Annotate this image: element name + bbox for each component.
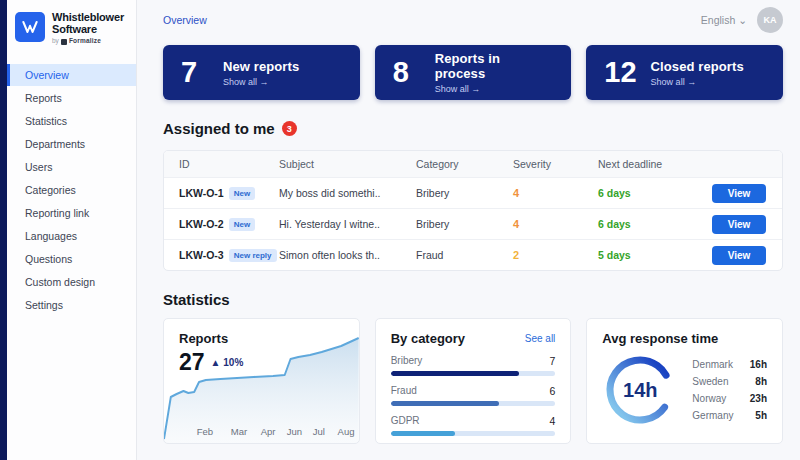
by-category-title: By category bbox=[391, 331, 465, 346]
sidebar-item-reporting-link[interactable]: Reporting link bbox=[7, 202, 136, 224]
sidebar-item-statistics[interactable]: Statistics bbox=[7, 110, 136, 132]
sidebar-item-custom-design[interactable]: Custom design bbox=[7, 271, 136, 293]
report-subject: Hi. Yesterday I witne.. bbox=[279, 218, 416, 230]
status-tag: New bbox=[229, 187, 255, 200]
axis-label-apr: Apr bbox=[261, 426, 276, 437]
report-category: Bribery bbox=[416, 187, 513, 199]
sidebar-nav: Overview Reports Statistics Departments … bbox=[7, 63, 136, 317]
report-id-text: LKW-O-1 bbox=[179, 187, 224, 199]
sidebar: Whistleblower Software by Formalize Over… bbox=[7, 0, 137, 460]
legend-row: Denmark 16h bbox=[692, 359, 767, 370]
sidebar-item-questions[interactable]: Questions bbox=[7, 248, 136, 270]
assigned-table: ID Subject Category Severity Next deadli… bbox=[163, 150, 783, 271]
new-reports-count: 7 bbox=[181, 56, 209, 89]
category-label: GDPR bbox=[391, 415, 420, 427]
brand-text: Whistleblower Software by Formalize bbox=[52, 12, 124, 45]
by-category-card: By category See all Bribery 7 Fraud 6 bbox=[375, 318, 572, 444]
legend-row: Germany 5h bbox=[692, 410, 767, 421]
report-severity: 4 bbox=[513, 218, 598, 230]
in-process-show-all-link[interactable]: Show all → bbox=[435, 84, 554, 94]
col-deadline: Next deadline bbox=[598, 158, 712, 170]
category-value: 7 bbox=[550, 355, 556, 367]
category-label: Bribery bbox=[391, 355, 423, 367]
report-id-text: LKW-O-3 bbox=[179, 249, 224, 261]
closed-label: Closed reports bbox=[651, 59, 744, 74]
country-value: 8h bbox=[755, 376, 767, 387]
category-bar-item: Fraud 6 bbox=[391, 385, 556, 406]
sidebar-item-settings[interactable]: Settings bbox=[7, 294, 136, 316]
view-button[interactable]: View bbox=[712, 184, 766, 203]
trend-up-indicator: ▲ 10% bbox=[211, 357, 244, 368]
country-label: Norway bbox=[692, 393, 726, 404]
category-value: 4 bbox=[550, 415, 556, 427]
sidebar-item-departments[interactable]: Departments bbox=[7, 133, 136, 155]
avg-response-card: Avg response time 14h bbox=[586, 318, 783, 444]
col-id: ID bbox=[179, 158, 279, 170]
report-category: Fraud bbox=[416, 249, 513, 261]
axis-label-mar: Mar bbox=[231, 426, 247, 437]
col-category: Category bbox=[416, 158, 513, 170]
avg-response-title: Avg response time bbox=[602, 331, 767, 346]
in-process-count: 8 bbox=[393, 56, 421, 89]
by-label: by bbox=[52, 38, 59, 45]
stat-card-new-reports: 7 New reports Show all → bbox=[163, 45, 360, 100]
main-content: Overview English ⌄ KA 7 New reports Show… bbox=[137, 0, 800, 460]
report-deadline: 6 days bbox=[598, 187, 712, 199]
response-legend: Denmark 16h Sweden 8h Norway 23h Germa bbox=[692, 359, 767, 421]
axis-label-aug: Aug bbox=[338, 426, 355, 437]
brand-name-line1: Whistleblower bbox=[52, 12, 124, 24]
response-donut-chart: 14h bbox=[602, 352, 678, 428]
see-all-link[interactable]: See all bbox=[525, 333, 556, 344]
closed-show-all-link[interactable]: Show all → bbox=[651, 77, 744, 87]
sidebar-item-overview[interactable]: Overview bbox=[7, 64, 136, 86]
report-deadline: 5 days bbox=[598, 249, 712, 261]
view-button[interactable]: View bbox=[712, 246, 766, 265]
whistleblower-logo-icon bbox=[15, 12, 45, 42]
stat-card-row: 7 New reports Show all → 8 Reports in pr… bbox=[163, 45, 783, 100]
report-subject: Simon often looks th.. bbox=[279, 249, 416, 261]
bar-fill-bribery bbox=[391, 371, 519, 376]
sidebar-item-languages[interactable]: Languages bbox=[7, 225, 136, 247]
in-process-label: Reports in process bbox=[435, 51, 554, 81]
axis-label-jul: Jul bbox=[313, 426, 325, 437]
reports-total: 27 bbox=[179, 349, 205, 376]
statistics-section-header: Statistics bbox=[163, 291, 783, 308]
sidebar-item-categories[interactable]: Categories bbox=[7, 179, 136, 201]
category-bar-item: GDPR 4 bbox=[391, 415, 556, 436]
bar-fill-fraud bbox=[391, 401, 500, 406]
table-row: LKW-O-1 New My boss did somethi.. Briber… bbox=[164, 177, 782, 208]
stat-card-closed-reports: 12 Closed reports Show all → bbox=[586, 45, 783, 100]
avg-response-value: 14h bbox=[602, 352, 678, 428]
topbar: Overview English ⌄ KA bbox=[163, 0, 783, 40]
assigned-title: Assigned to me bbox=[163, 120, 275, 137]
new-reports-show-all-link[interactable]: Show all → bbox=[223, 77, 299, 87]
report-id: LKW-O-2 New bbox=[179, 218, 279, 231]
formalize-logo-icon bbox=[61, 39, 67, 45]
left-accent-strip bbox=[0, 0, 7, 460]
country-label: Germany bbox=[692, 410, 733, 421]
category-bar-item: Bribery 7 bbox=[391, 355, 556, 376]
col-subject: Subject bbox=[279, 158, 416, 170]
country-value: 23h bbox=[750, 393, 767, 404]
statistics-cards-row: Reports 27 ▲ 10% bbox=[163, 318, 783, 444]
sidebar-item-reports[interactable]: Reports bbox=[7, 87, 136, 109]
language-selector[interactable]: English ⌄ bbox=[701, 14, 747, 26]
view-button[interactable]: View bbox=[712, 215, 766, 234]
assigned-count-badge: 3 bbox=[282, 121, 297, 136]
category-label: Fraud bbox=[391, 385, 417, 397]
closed-count: 12 bbox=[604, 56, 636, 89]
status-tag: New bbox=[229, 218, 255, 231]
country-label: Sweden bbox=[692, 376, 728, 387]
trend-arrow-icon: ▲ bbox=[211, 357, 221, 368]
breadcrumb[interactable]: Overview bbox=[163, 14, 207, 26]
reports-chart-card: Reports 27 ▲ 10% bbox=[163, 318, 360, 444]
axis-label-feb: Feb bbox=[197, 426, 213, 437]
sidebar-item-users[interactable]: Users bbox=[7, 156, 136, 178]
table-header-row: ID Subject Category Severity Next deadli… bbox=[164, 151, 782, 177]
report-deadline: 6 days bbox=[598, 218, 712, 230]
brand-name-line2: Software bbox=[52, 24, 124, 36]
avatar[interactable]: KA bbox=[757, 7, 783, 33]
report-id: LKW-O-1 New bbox=[179, 187, 279, 200]
col-severity: Severity bbox=[513, 158, 598, 170]
new-reports-label: New reports bbox=[223, 59, 299, 74]
